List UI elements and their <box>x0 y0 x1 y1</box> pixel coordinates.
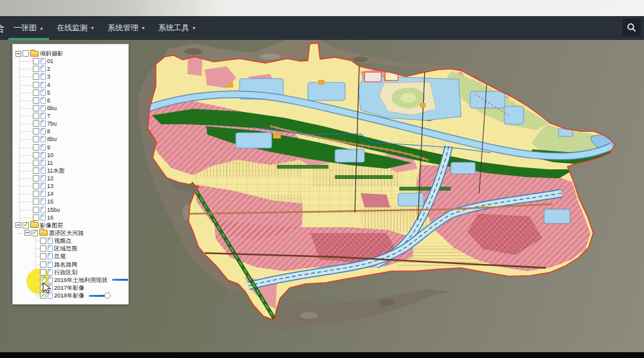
layer-label[interactable]: 视频点 <box>54 238 71 244</box>
layer-label[interactable]: 15 <box>47 198 53 205</box>
layer-checkbox[interactable] <box>33 82 39 88</box>
layer-label[interactable]: 总规 <box>54 253 66 259</box>
tree-node-28: 行政区划 <box>40 268 77 276</box>
layer-label[interactable]: 11水面 <box>47 167 64 174</box>
nav-item-2[interactable]: 系统管理▼ <box>102 16 151 40</box>
nav-item-label: 在线监测 <box>57 23 88 33</box>
tree-node-19: 15 <box>33 198 53 205</box>
layer-checkbox[interactable] <box>33 58 39 64</box>
tree-node-12: 9 <box>33 144 50 151</box>
layer-checkbox[interactable] <box>32 230 38 236</box>
layer-checkbox[interactable] <box>33 167 39 174</box>
layer-checkbox[interactable] <box>33 144 39 151</box>
opacity-slider[interactable] <box>112 279 129 281</box>
layer-checkbox[interactable] <box>33 113 39 119</box>
nav-item-3[interactable]: 系统工具▼ <box>153 16 202 40</box>
layer-label[interactable]: 2017年影像 <box>54 285 84 291</box>
layer-checkbox[interactable] <box>40 253 46 259</box>
layer-label[interactable]: 7bu <box>47 120 57 127</box>
layer-checkbox[interactable] <box>33 152 39 158</box>
tree-node-1: 01 <box>33 57 53 65</box>
layer-checkbox[interactable] <box>40 292 46 299</box>
layer-label[interactable]: 14 <box>47 191 53 197</box>
chevron-down-icon: ▼ <box>90 26 95 30</box>
search-button[interactable] <box>623 19 641 37</box>
layer-label[interactable]: 4 <box>47 82 50 88</box>
layer-checkbox[interactable] <box>33 183 39 189</box>
layer-checkbox[interactable] <box>33 160 39 166</box>
document-icon <box>41 144 46 151</box>
layer-label[interactable]: 2 <box>47 66 50 72</box>
tree-node-11: 8bu <box>33 135 57 143</box>
layer-checkbox[interactable] <box>33 207 39 213</box>
document-icon <box>48 261 53 268</box>
document-icon <box>41 214 46 221</box>
layer-label[interactable]: 11 <box>47 160 53 166</box>
tree-connector <box>19 186 33 187</box>
layer-checkbox[interactable] <box>40 238 46 244</box>
opacity-slider[interactable] <box>89 295 108 297</box>
nav-item-1[interactable]: 在线监测▼ <box>52 16 100 40</box>
layer-label[interactable]: 8bu <box>47 136 57 142</box>
layer-label[interactable]: 7 <box>47 113 50 119</box>
nav-item-label: 系统管理 <box>108 23 138 33</box>
layer-label[interactable]: 2016年土地利用现状 <box>54 277 108 283</box>
tree-connector <box>19 69 33 70</box>
tree-node-14: 11 <box>33 159 53 167</box>
layer-label[interactable]: 01 <box>47 58 53 64</box>
layer-checkbox[interactable] <box>33 97 39 104</box>
nav-item-0[interactable]: 一张图▲ <box>8 16 49 40</box>
tree-node-17: 13 <box>33 182 53 190</box>
layer-label[interactable]: 15bu <box>47 207 60 213</box>
chevron-up-icon: ▲ <box>39 26 44 30</box>
tree-connector <box>19 85 33 86</box>
document-icon <box>41 191 46 197</box>
layer-checkbox[interactable] <box>33 73 39 80</box>
tree-connector <box>35 272 40 273</box>
layer-label[interactable]: 12 <box>47 175 53 182</box>
layer-checkbox[interactable] <box>33 120 39 127</box>
layer-checkbox[interactable] <box>33 191 39 197</box>
layer-label[interactable]: 10 <box>47 152 53 158</box>
collapse-icon[interactable] <box>15 222 21 228</box>
layer-checkbox[interactable] <box>40 277 46 283</box>
document-icon <box>41 128 46 135</box>
layer-label[interactable]: 13 <box>47 183 53 189</box>
layer-label[interactable]: 8 <box>47 128 50 135</box>
layer-checkbox[interactable] <box>33 128 39 135</box>
layer-checkbox[interactable] <box>33 214 39 221</box>
layer-label[interactable]: 6 <box>47 97 50 104</box>
layer-label[interactable]: 区域范围 <box>54 245 77 252</box>
layer-label[interactable]: 16 <box>47 214 53 221</box>
layer-label[interactable]: 倾斜摄影 <box>40 50 63 57</box>
layer-checkbox[interactable] <box>40 285 46 291</box>
tree-node-22: 影像图层 <box>15 221 63 229</box>
collapse-icon[interactable] <box>15 51 21 57</box>
layer-label[interactable]: 6bu <box>47 105 57 111</box>
collapse-icon[interactable] <box>24 230 30 236</box>
layer-checkbox[interactable] <box>40 245 46 252</box>
layer-label[interactable]: 5 <box>47 90 50 96</box>
layer-checkbox[interactable] <box>40 261 46 268</box>
layer-checkbox[interactable] <box>33 136 39 142</box>
layer-label[interactable]: 3 <box>47 73 50 80</box>
layer-checkbox[interactable] <box>33 105 39 111</box>
document-icon <box>48 292 53 299</box>
layer-label[interactable]: 9 <box>47 144 50 151</box>
folder-icon <box>30 222 39 228</box>
layer-checkbox[interactable] <box>33 198 39 205</box>
layer-label[interactable]: 行政区划 <box>54 269 77 276</box>
layer-checkbox[interactable] <box>23 222 29 229</box>
document-icon <box>48 269 53 276</box>
tree-node-0: 倾斜摄影 <box>15 50 63 57</box>
layer-checkbox[interactable] <box>23 50 29 57</box>
layer-checkbox[interactable] <box>40 269 46 276</box>
search-icon <box>627 23 637 33</box>
layer-label[interactable]: 路名路网 <box>54 261 77 268</box>
layer-checkbox[interactable] <box>33 90 39 96</box>
layer-label[interactable]: 惠济区大河路 <box>49 230 84 236</box>
layer-checkbox[interactable] <box>33 66 39 72</box>
layer-label[interactable]: 影像图层 <box>40 222 63 229</box>
layer-label[interactable]: 2018年影像 <box>54 292 84 299</box>
layer-checkbox[interactable] <box>33 175 39 182</box>
